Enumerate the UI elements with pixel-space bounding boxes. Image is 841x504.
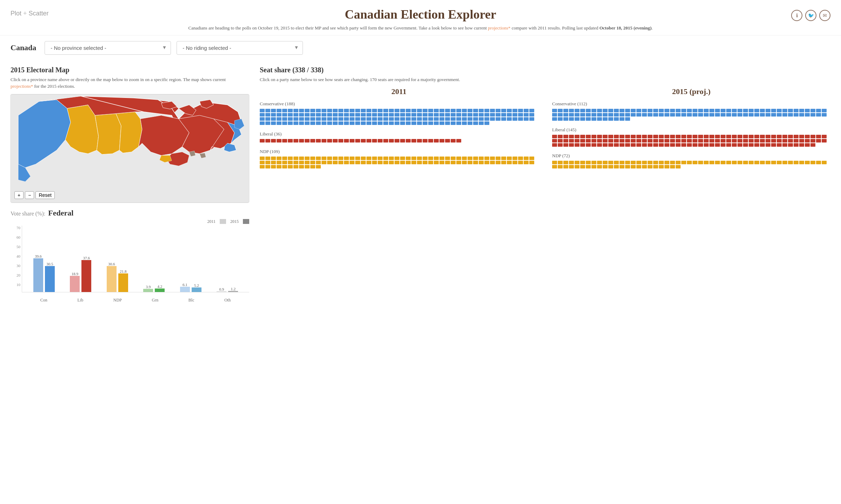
seat-square <box>687 139 692 142</box>
seat-square <box>350 113 355 117</box>
seat-square <box>788 161 793 164</box>
seat-square <box>715 135 720 138</box>
seat-grid <box>552 161 830 168</box>
bar-group-lib: 18.937.6 <box>69 256 92 292</box>
seat-grid <box>260 109 538 125</box>
seat-square <box>648 165 653 168</box>
seat-square <box>625 117 630 121</box>
seat-square <box>451 117 456 121</box>
seat-square <box>417 139 422 142</box>
seat-square <box>400 161 405 164</box>
seat-square <box>580 139 585 142</box>
bars-row: 3.94.2 <box>143 284 165 292</box>
seat-square <box>439 161 444 164</box>
seat-square <box>732 139 737 142</box>
seat-share-title: Seat share (338 / 338) <box>260 66 830 74</box>
seat-square <box>378 117 383 121</box>
seat-square <box>333 161 338 164</box>
seat-square <box>591 135 596 138</box>
seat-square <box>614 117 619 121</box>
seat-square <box>529 117 534 121</box>
seat-square <box>552 143 557 147</box>
seat-square <box>378 157 383 160</box>
seat-square <box>552 109 557 112</box>
reset-button[interactable]: Reset <box>35 191 55 199</box>
party-name-label[interactable]: NDP (109) <box>260 149 538 154</box>
seat-square <box>603 161 608 164</box>
seat-square <box>737 143 742 147</box>
seat-square <box>816 135 821 138</box>
seat-square <box>614 161 619 164</box>
map-container[interactable]: + − Reset <box>11 94 249 203</box>
zoom-in-button[interactable]: + <box>14 191 24 199</box>
seat-square <box>310 117 315 121</box>
seat-square <box>631 135 636 138</box>
party-name-label[interactable]: Liberal (145) <box>552 127 830 133</box>
seat-square <box>625 143 630 147</box>
seat-square <box>299 139 304 142</box>
seat-square <box>749 139 754 142</box>
seat-square <box>569 109 574 112</box>
riding-select[interactable]: - No riding selected - <box>177 41 303 55</box>
party-name-label[interactable]: NDP (72) <box>552 153 830 159</box>
seat-square <box>620 165 624 168</box>
seat-square <box>366 157 371 160</box>
seat-square <box>642 113 647 117</box>
party-block-ndp: NDP (109) <box>260 149 538 168</box>
twitter-icon[interactable]: 🐦 <box>805 10 816 21</box>
seat-square <box>642 161 647 164</box>
party-name-label[interactable]: Conservative (112) <box>552 101 830 107</box>
seat-square <box>737 161 742 164</box>
seat-square <box>698 113 703 117</box>
map-projections-link[interactable]: projections* <box>11 84 33 89</box>
email-icon[interactable]: ✉ <box>819 10 830 21</box>
seat-square <box>777 113 782 117</box>
seat-square <box>754 139 759 142</box>
info-icon[interactable]: ℹ <box>791 10 802 21</box>
seat-square <box>434 139 439 142</box>
seat-square <box>305 109 310 112</box>
seat-square <box>496 161 501 164</box>
seat-square <box>322 161 326 164</box>
seat-square <box>681 139 686 142</box>
seat-square <box>395 109 399 112</box>
seat-square <box>439 139 444 142</box>
canada-map[interactable] <box>11 94 249 203</box>
seat-square <box>299 109 304 112</box>
seat-square <box>732 161 737 164</box>
seat-square <box>653 161 658 164</box>
seat-square <box>479 161 484 164</box>
seat-square <box>271 113 276 117</box>
seat-square <box>406 157 411 160</box>
party-block-ndp: NDP (72) <box>552 153 830 168</box>
y-axis: 70605040302010 <box>11 226 22 292</box>
seat-square <box>721 135 726 138</box>
seat-square <box>721 143 726 147</box>
seat-square <box>473 161 478 164</box>
province-select[interactable]: - No province selected - Alberta British… <box>45 41 171 55</box>
seat-square <box>659 109 664 112</box>
party-name-label[interactable]: Conservative (188) <box>260 101 538 107</box>
seat-square <box>462 113 467 117</box>
party-name-label[interactable]: Liberal (36) <box>260 131 538 137</box>
seat-square <box>597 143 602 147</box>
seat-square <box>434 117 439 121</box>
seat-square <box>676 139 681 142</box>
seat-square <box>810 113 815 117</box>
seat-square <box>445 109 450 112</box>
seat-square <box>322 121 326 125</box>
projections-link[interactable]: projections* <box>488 25 510 31</box>
seat-square <box>777 139 782 142</box>
year-2015: 2015 (proj.) <box>552 87 830 96</box>
seat-square <box>816 109 821 112</box>
zoom-out-button[interactable]: − <box>25 191 34 199</box>
seat-square <box>569 135 574 138</box>
seat-square <box>676 109 681 112</box>
seat-square <box>558 135 563 138</box>
seat-square <box>771 109 776 112</box>
seat-square <box>552 161 557 164</box>
seat-square <box>462 161 467 164</box>
seat-square <box>355 139 360 142</box>
seat-square <box>473 109 478 112</box>
seat-square <box>322 117 326 121</box>
